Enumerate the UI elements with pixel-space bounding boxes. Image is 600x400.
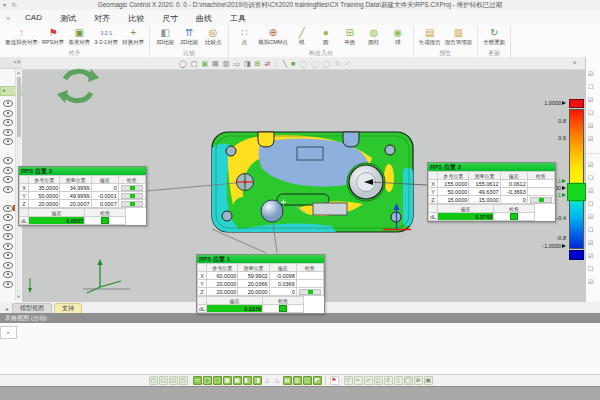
mode-a-icon[interactable]: ◰: [149, 376, 158, 385]
plane-tool-icon[interactable]: ▱: [364, 376, 373, 385]
option-checkbox[interactable]: ☑: [588, 188, 593, 195]
simulated-cmm-point-button[interactable]: ⊕模拟CMM点: [256, 26, 290, 46]
plane-button[interactable]: ⊞平面: [338, 26, 362, 46]
tab-scroll-left-icon[interactable]: ◂: [5, 305, 8, 312]
visibility-eye-icon[interactable]: [3, 271, 13, 278]
menu-tab-曲线[interactable]: 曲线: [187, 11, 221, 26]
filter-icon[interactable]: ▽: [344, 376, 353, 385]
select-lasso-icon[interactable]: ▩: [223, 376, 232, 385]
orbit-disabled-icon[interactable]: ◯: [299, 59, 307, 68]
select-box-icon[interactable]: ▢: [191, 59, 198, 68]
option-checkbox[interactable]: ☑: [588, 71, 593, 78]
update-all-button[interactable]: ↻全部更新: [481, 26, 507, 46]
select-polygon-icon[interactable]: ▢: [213, 376, 222, 385]
visibility-eye-icon[interactable]: [3, 176, 13, 183]
rps-annotation-3[interactable]: RPS 位置 3 参考位置测量位置偏差检查 X35.000034.99990 Y…: [18, 166, 147, 226]
option-checkbox[interactable]: ☑: [588, 240, 593, 247]
option-checkbox[interactable]: ☑: [588, 97, 593, 104]
measure-line-icon[interactable]: ╲: [283, 59, 287, 68]
view-mode-icon[interactable]: ▣: [201, 59, 208, 68]
wireframe-mode-icon[interactable]: ▥: [223, 59, 230, 68]
best-fit-align-button[interactable]: ↑最佳拟合对齐: [3, 26, 40, 46]
pan-disabled-icon[interactable]: ◯: [311, 59, 319, 68]
menu-tab-工具[interactable]: 工具: [221, 11, 255, 26]
panel-tool-icon[interactable]: ▯: [394, 376, 403, 385]
visibility-eye-icon[interactable]: [3, 205, 13, 212]
visibility-eye-icon[interactable]: [3, 157, 13, 164]
report-manager-button[interactable]: ▥报告管理器: [443, 26, 475, 46]
visibility-eye-icon[interactable]: [3, 233, 13, 240]
split-view-icon[interactable]: ◨: [244, 59, 251, 68]
visibility-eye-icon[interactable]: [3, 243, 13, 250]
option-checkbox[interactable]: ☑: [588, 279, 593, 286]
panel-handle[interactable]: ▸: [0, 326, 17, 339]
select-rectangle-icon[interactable]: ▭: [193, 376, 202, 385]
viewport-close-icon[interactable]: ✕: [572, 59, 577, 66]
mode-b-icon[interactable]: ◱: [159, 376, 168, 385]
scroll-up-icon[interactable]: ▲: [16, 70, 21, 75]
option-checkbox[interactable]: ☑: [588, 253, 593, 260]
mode-c-icon[interactable]: ◲: [169, 376, 178, 385]
cylinder-button[interactable]: ◍圆柱: [362, 26, 386, 46]
rps-annotation-1[interactable]: RPS 位置 1 参考位置测量位置偏差检查 X60.000059.9902-0.…: [196, 254, 325, 314]
circle-button[interactable]: ●圆: [314, 26, 338, 46]
visibility-eye-icon[interactable]: [3, 119, 13, 126]
2d-compare-button[interactable]: ⇈2D比较: [177, 26, 201, 46]
option-checkbox[interactable]: ☐: [588, 84, 593, 91]
point-button[interactable]: ∷点: [232, 26, 256, 46]
option-checkbox[interactable]: ☑: [588, 123, 593, 130]
sphere-button[interactable]: ◉球: [386, 26, 410, 46]
visibility-eye-icon[interactable]: [3, 167, 13, 174]
compare-toggle-icon[interactable]: ⇄: [264, 59, 270, 68]
list-tool-icon[interactable]: ≡: [384, 376, 393, 385]
visibility-eye-icon[interactable]: [3, 186, 13, 193]
mode-d-icon[interactable]: ◳: [179, 376, 188, 385]
visibility-eye-icon[interactable]: [3, 281, 13, 288]
tab-model-views[interactable]: 模型视图: [12, 303, 52, 313]
menu-tab-CAD[interactable]: CAD: [16, 11, 51, 26]
datum-align-button[interactable]: ▣基准对齐: [66, 26, 92, 46]
3d-compare-button[interactable]: ◧3D比较: [153, 26, 177, 46]
menu-tab-对齐[interactable]: 对齐: [85, 11, 119, 26]
select-circle-icon[interactable]: ◯: [179, 59, 187, 68]
visibility-eye-icon[interactable]: [3, 252, 13, 259]
app-menu-icon[interactable]: ≡: [6, 15, 10, 22]
menu-tab-比较[interactable]: 比较: [119, 11, 153, 26]
page-layout-icon[interactable]: ▭: [233, 59, 240, 68]
zoom-disabled-icon[interactable]: ◯: [323, 59, 331, 68]
circle-tool-icon[interactable]: ◯: [404, 376, 413, 385]
flag-tool-icon[interactable]: ⚑: [330, 376, 339, 385]
option-checkbox[interactable]: ☐: [588, 175, 593, 182]
option-checkbox[interactable]: ☐: [588, 110, 593, 117]
select-paint-icon[interactable]: ▦: [233, 376, 242, 385]
grid-view-icon[interactable]: ⊞: [255, 59, 261, 68]
separator-icon[interactable]: │: [274, 59, 278, 68]
transform-align-button[interactable]: +转换对齐: [120, 26, 146, 46]
visibility-eye-icon[interactable]: [3, 224, 13, 231]
visibility-eye-icon[interactable]: [3, 262, 13, 269]
refresh-view-icon[interactable]: ↻: [335, 59, 341, 68]
view-side-icon[interactable]: ▥: [293, 376, 302, 385]
option-checkbox[interactable]: ☐: [588, 227, 593, 234]
grid-tool-icon[interactable]: ▣: [424, 376, 433, 385]
visibility-eye-icon[interactable]: [3, 100, 13, 107]
visibility-eye-icon[interactable]: [3, 129, 13, 136]
rps-align-button[interactable]: ⚑RPS对齐: [40, 26, 66, 46]
option-checkbox[interactable]: ☐: [588, 201, 593, 208]
menu-tab-尺寸[interactable]: 尺寸: [153, 11, 187, 26]
select-circle-icon[interactable]: ◯: [203, 376, 212, 385]
deviation-color-scale[interactable]: [569, 99, 582, 259]
menu-tab-测试[interactable]: 测试: [51, 11, 85, 26]
3-2-1-align-button[interactable]: 3·2·13-2-1对齐: [92, 26, 120, 46]
option-checkbox[interactable]: ☐: [588, 266, 593, 273]
tri-up-icon[interactable]: △: [263, 376, 272, 385]
confirm-icon[interactable]: ✓: [345, 59, 351, 68]
generate-report-button[interactable]: ▤生成报告: [417, 26, 443, 46]
view-top-icon[interactable]: ◫: [303, 376, 312, 385]
visibility-eye-icon[interactable]: [3, 214, 13, 221]
box-tool-icon[interactable]: ◻: [374, 376, 383, 385]
close-icon[interactable]: ✕: [16, 59, 21, 65]
view-front-icon[interactable]: ▤: [283, 376, 292, 385]
scrollbar-thumb[interactable]: [17, 77, 21, 137]
comparison-point-button[interactable]: ◎比较点: [201, 26, 225, 46]
